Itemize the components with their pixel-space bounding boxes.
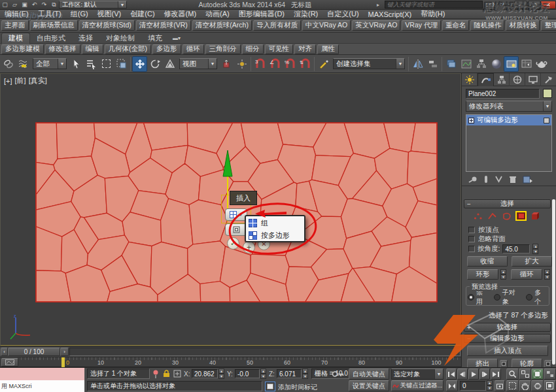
rollout-soft-selection-header[interactable]: +软选择 <box>464 323 551 332</box>
object-color-swatch[interactable] <box>543 89 552 98</box>
rollout-selection-header[interactable]: −选择 <box>464 199 551 208</box>
auto-key-button[interactable]: 自动关键点 <box>349 368 389 380</box>
y-coordinate-field[interactable]: -0.0 <box>235 369 260 378</box>
frame-spinner[interactable]: ▴▾ <box>487 380 493 391</box>
search-expander-icon[interactable]: ▸ <box>377 2 379 8</box>
script-btn-random-ops[interactable]: 随机操作 <box>470 20 504 31</box>
add-time-tag-label[interactable]: 添加时间标记 <box>278 383 317 392</box>
make-unique-icon[interactable] <box>495 176 503 184</box>
ribbon-tab-selection[interactable]: 选择 <box>72 33 99 44</box>
render-production-icon[interactable] <box>534 56 549 72</box>
time-slider-handle[interactable]: 0 / 100 <box>8 348 60 356</box>
frame-zero-marker[interactable] <box>61 357 65 367</box>
loop-button[interactable]: 循环 <box>511 269 542 280</box>
menu-tools[interactable]: 工具(T) <box>33 10 66 19</box>
play-button[interactable] <box>468 368 479 380</box>
script-btn-material-convert[interactable]: 材质转换 <box>506 20 540 31</box>
window-crossing-icon[interactable] <box>114 56 129 72</box>
ribbon-tab-modeling[interactable]: 建模 <box>1 33 30 44</box>
script-btn-rename[interactable]: 重命名 <box>442 20 470 31</box>
render-setup-icon[interactable] <box>504 56 519 72</box>
ribbon-tab-object-paint[interactable]: 对象绘制 <box>99 33 141 44</box>
track-ruler[interactable]: 0 10 20 30 40 50 60 70 80 90 100 <box>21 357 461 367</box>
ribbon-panel-loops[interactable]: 循环 <box>182 44 204 54</box>
ribbon-panel-triangulation[interactable]: 三角剖分 <box>205 44 241 54</box>
ignore-backfacing-row[interactable]: 忽略背面 <box>468 235 506 244</box>
outline-settings-button[interactable] <box>544 360 552 367</box>
ribbon-panel-geometry-all[interactable]: 几何体(全部) <box>105 44 152 54</box>
by-vertex-row[interactable]: 按顶点 <box>468 225 499 235</box>
curve-editor-icon[interactable] <box>459 56 474 72</box>
material-editor-icon[interactable] <box>489 56 504 72</box>
minimize-button[interactable]: — <box>514 1 527 9</box>
script-btn-clear-material-vr[interactable]: 清空材质球(VR) <box>136 20 191 31</box>
maximize-viewport-toggle-icon[interactable] <box>544 380 556 391</box>
extrude-settings-button[interactable] <box>500 360 508 367</box>
menu-item-by-polygon[interactable]: 按多边形 <box>247 229 303 242</box>
select-object-icon[interactable] <box>69 56 84 72</box>
mini-curve-editor-button[interactable] <box>1 358 18 367</box>
grow-button[interactable]: 扩大 <box>512 256 552 267</box>
menu-item-group[interactable]: 组 <box>247 217 303 229</box>
help-icon[interactable]: ? <box>498 1 506 8</box>
caddy-amount-button[interactable] <box>225 223 247 236</box>
percent-snap-icon[interactable]: % <box>283 56 298 72</box>
configure-modifier-sets-icon[interactable] <box>523 176 532 184</box>
y-spinner[interactable]: ▴▾ <box>260 368 266 379</box>
zoom-extents-all-icon[interactable] <box>544 368 556 380</box>
z-coordinate-field[interactable]: 6.071 <box>277 369 302 378</box>
panel-scrollbar[interactable] <box>552 199 555 365</box>
script-btn-main-interface[interactable]: 主界面 <box>1 20 29 31</box>
ribbon-tab-populate[interactable]: 填充 <box>141 33 169 44</box>
undo-icon[interactable]: ↶ <box>29 1 39 9</box>
tab-display-icon[interactable] <box>525 73 541 86</box>
script-btn-fix-missing-maps[interactable]: 整理丢失贴图 <box>541 20 556 31</box>
select-rotate-icon[interactable] <box>147 56 162 72</box>
ribbon-panel-subdivision[interactable]: 细分 <box>242 44 264 54</box>
ribbon-panel-polygons[interactable]: 多边形 <box>152 44 181 54</box>
ribbon-panel-polygon-modeling[interactable]: 多边形建模 <box>1 44 44 54</box>
preview-subobj-radio[interactable] <box>494 294 500 301</box>
ribbon-panel-properties[interactable]: 属性 <box>317 44 339 54</box>
ring-spinner[interactable]: ▴▾ <box>500 269 506 280</box>
workspace-dropdown[interactable]: 工作区: 默认 ▼ <box>59 1 127 8</box>
zoom-region-icon[interactable] <box>506 380 519 391</box>
tab-modify-icon[interactable] <box>478 73 494 86</box>
menu-graph-editors[interactable]: 图形编辑器(D) <box>234 10 289 19</box>
object-name-field[interactable]: Plane002 <box>466 89 540 99</box>
vertex-subobject-icon[interactable] <box>472 211 483 221</box>
script-btn-vray-proxy[interactable]: VRay 代理 <box>402 20 441 31</box>
edge-subobject-icon[interactable] <box>487 211 498 221</box>
by-angle-checkbox[interactable] <box>468 246 475 252</box>
save-file-icon[interactable]: ▣ <box>20 1 29 9</box>
open-file-icon[interactable]: ▱ <box>10 1 20 9</box>
close-button[interactable]: ✕ <box>540 1 556 9</box>
rendered-frame-icon[interactable] <box>519 56 534 72</box>
tab-motion-icon[interactable] <box>510 73 525 86</box>
ribbon-panel-align[interactable]: 对齐 <box>294 44 316 54</box>
border-subobject-icon[interactable] <box>501 211 512 221</box>
ignore-backfacing-checkbox[interactable] <box>468 236 475 242</box>
menu-rendering[interactable]: 渲染(R) <box>289 10 322 19</box>
ribbon-collapse-icon[interactable]: ▬▾ <box>169 35 184 41</box>
use-pivot-center-icon[interactable] <box>219 56 234 72</box>
viewport-menu-view[interactable]: [前] <box>15 76 26 86</box>
pan-hand-icon[interactable] <box>519 380 531 391</box>
preview-disable-radio[interactable] <box>468 294 474 301</box>
orbit-icon[interactable] <box>531 380 544 391</box>
search-binoculars-icon[interactable]: ΘΘ <box>485 1 495 8</box>
stack-item-editable-poly[interactable]: 可编辑多边形 <box>466 115 551 125</box>
menu-help[interactable]: 帮助(H) <box>416 10 449 19</box>
script-btn-clear-material-arch[interactable]: 清空材质球(Arch) <box>192 20 252 31</box>
align-icon[interactable] <box>425 56 440 72</box>
menu-maxscript[interactable]: MAXScript(X) <box>364 10 417 19</box>
reference-coordinate-dropdown[interactable]: 视图 ▼ <box>179 58 217 69</box>
listener-cell[interactable]: 用 MAXScri <box>0 380 85 392</box>
transform-typein-mode-icon[interactable] <box>173 369 182 378</box>
tab-utilities-icon[interactable] <box>541 73 556 86</box>
schematic-view-icon[interactable] <box>474 56 489 72</box>
named-selection-set-dropdown[interactable]: 创建选择集 ▼ <box>333 58 405 69</box>
redo-icon[interactable]: ↷ <box>39 1 49 9</box>
script-btn-import-all-materials[interactable]: 导入所有材质 <box>253 20 301 31</box>
isolate-selection-icon[interactable] <box>151 369 160 378</box>
